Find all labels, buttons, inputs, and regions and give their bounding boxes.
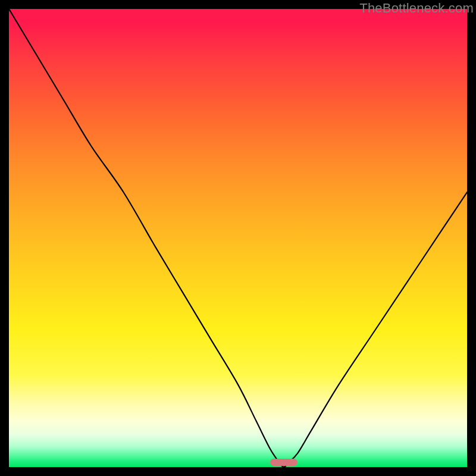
plot-area — [9, 9, 467, 467]
watermark-text: TheBottleneck.com — [359, 1, 474, 16]
chart-frame: TheBottleneck.com — [0, 0, 476, 476]
bottleneck-curve — [9, 9, 467, 467]
optimal-marker — [270, 459, 298, 466]
